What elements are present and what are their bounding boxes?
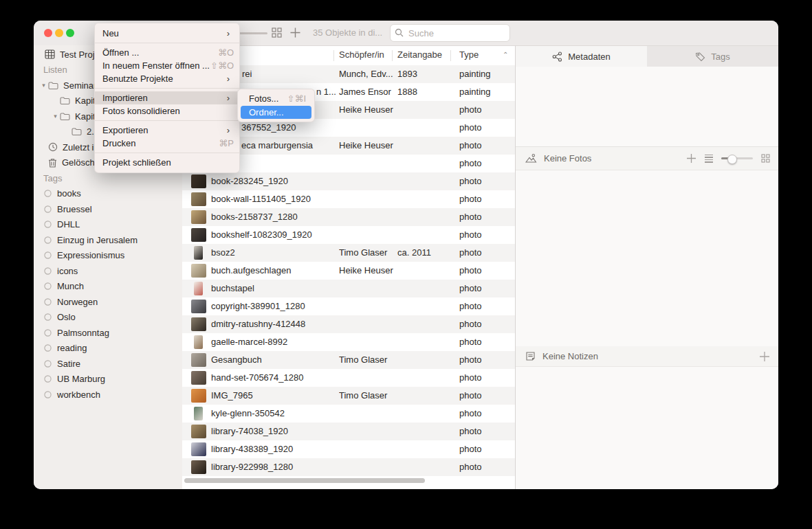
cell-name: library-922998_1280 bbox=[211, 458, 335, 476]
cell-name: book-wall-1151405_1920 bbox=[211, 190, 335, 208]
menu-item-projekt-schließen[interactable]: Projekt schließen bbox=[95, 156, 239, 169]
tag-circle-icon bbox=[44, 236, 52, 244]
table-row[interactable]: dmitry-ratushny-412448 photo bbox=[182, 315, 515, 333]
menu-item-exportieren[interactable]: Exportieren › bbox=[95, 124, 239, 137]
table-row[interactable]: hand-set-705674_1280 photo bbox=[182, 369, 515, 387]
table-row[interactable]: bookshelf-1082309_1920 photo bbox=[182, 226, 515, 244]
sidebar-tag-einzug-in-jerusalem[interactable]: Einzug in Jerusalem bbox=[34, 232, 182, 248]
tag-icon bbox=[695, 52, 705, 62]
clock-icon bbox=[48, 142, 58, 152]
photo-size-slider[interactable] bbox=[721, 157, 753, 159]
add-note-icon[interactable] bbox=[759, 351, 770, 362]
menu-item-benutzte-projekte[interactable]: Benutzte Projekte › bbox=[95, 72, 239, 85]
sidebar-tag-satire[interactable]: Satire bbox=[34, 356, 182, 372]
sidebar-tag-palmsonntag[interactable]: Palmsonntag bbox=[34, 325, 182, 341]
file-thumbnail bbox=[191, 425, 206, 438]
menu-item-drucken[interactable]: Drucken ⌘P bbox=[95, 137, 239, 150]
horizontal-scrollbar[interactable] bbox=[184, 478, 425, 483]
tag-circle-icon bbox=[44, 313, 52, 321]
folder-icon bbox=[60, 96, 70, 105]
inspector-tabs: Metadaten Tags bbox=[516, 46, 778, 67]
cell-type: photo bbox=[459, 137, 511, 155]
menu-item-in-neuem-fenster-öffnen[interactable]: In neuem Fenster öffnen ... ⇧⌘O bbox=[95, 59, 239, 72]
sidebar-tag-oslo[interactable]: Oslo bbox=[34, 310, 182, 326]
table-row[interactable]: Gesangbuch Timo Glaser photo bbox=[182, 351, 515, 369]
cell-creator: Heike Heuser bbox=[339, 137, 394, 155]
sidebar-tag-icons[interactable]: icons bbox=[34, 263, 182, 279]
sidebar-tag-dhll[interactable]: DHLL bbox=[34, 217, 182, 233]
menu-separator bbox=[95, 88, 239, 89]
disclosure-triangle-icon[interactable]: ▾ bbox=[51, 113, 60, 120]
cell-type: photo bbox=[459, 440, 511, 458]
sidebar-tag-workbench[interactable]: workbench bbox=[34, 387, 182, 403]
table-row[interactable]: book-283245_1920 photo bbox=[182, 172, 515, 190]
cell-type: photo bbox=[459, 208, 511, 226]
menu-item-shortcut: ⇧⌘I bbox=[287, 92, 306, 106]
menu-item-neu[interactable]: Neu › bbox=[95, 27, 239, 40]
cell-name: buch.aufgeschlagen bbox=[211, 262, 335, 280]
cell-creator: Timo Glaser bbox=[339, 351, 394, 369]
list-view-icon[interactable] bbox=[705, 155, 713, 163]
zoom-window-button[interactable] bbox=[66, 29, 74, 37]
file-thumbnail bbox=[194, 335, 203, 349]
cell-type: photo bbox=[459, 172, 511, 190]
table-row[interactable]: library-74038_1920 photo bbox=[182, 423, 515, 440]
menu-item-öffnen[interactable]: Öffnen ... ⌘O bbox=[95, 46, 239, 59]
sidebar-tag-books[interactable]: books bbox=[34, 186, 182, 202]
file-thumbnail bbox=[191, 371, 206, 385]
table-row[interactable]: books-2158737_1280 photo bbox=[182, 208, 515, 226]
grid-view-small-icon[interactable] bbox=[761, 154, 770, 163]
add-photo-icon[interactable] bbox=[686, 153, 696, 164]
submenu-chevron-icon: › bbox=[227, 27, 230, 40]
table-row[interactable]: library-922998_1280 photo bbox=[182, 458, 515, 476]
cell-name: IMG_7965 bbox=[211, 387, 335, 405]
column-header-type[interactable]: Type bbox=[459, 49, 479, 60]
file-thumbnail bbox=[191, 442, 206, 456]
menu-separator bbox=[95, 153, 239, 153]
disclosure-triangle-icon[interactable]: ▾ bbox=[39, 82, 48, 89]
table-row[interactable]: IMG_7965 Timo Glaser photo bbox=[182, 387, 515, 405]
sidebar-tag-bruessel[interactable]: Bruessel bbox=[34, 201, 182, 217]
table-row[interactable]: kyle-glenn-350542 photo bbox=[182, 405, 515, 423]
table-row[interactable]: buch.aufgeschlagen Heike Heuser photo bbox=[182, 262, 515, 280]
sidebar-tag-norwegen[interactable]: Norwegen bbox=[34, 294, 182, 310]
cell-type: photo bbox=[459, 315, 511, 333]
submenu-chevron-icon: › bbox=[227, 72, 230, 85]
menu-item-importieren[interactable]: Importieren › bbox=[95, 91, 239, 104]
menu-item-shortcut: ⌘O bbox=[218, 46, 234, 59]
menu-item-label: Benutzte Projekte bbox=[102, 74, 173, 84]
minimize-window-button[interactable] bbox=[55, 29, 63, 37]
table-row[interactable]: gaelle-marcel-8992 photo bbox=[182, 333, 515, 351]
sidebar-tag-expressionismus[interactable]: Expressionismus bbox=[34, 248, 182, 264]
share-nodes-icon bbox=[552, 52, 562, 62]
thumbnail-size-slider[interactable] bbox=[237, 32, 267, 34]
column-header-creator[interactable]: Schöpfer/in bbox=[339, 49, 384, 60]
table-row[interactable]: library-438389_1920 photo bbox=[182, 440, 515, 458]
sidebar-tag-reading[interactable]: reading bbox=[34, 341, 182, 357]
close-window-button[interactable] bbox=[44, 29, 52, 37]
sort-ascending-icon[interactable]: ⌃ bbox=[503, 51, 508, 58]
table-row[interactable]: book-wall-1151405_1920 photo bbox=[182, 190, 515, 208]
tab-tags[interactable]: Tags bbox=[647, 46, 778, 67]
table-row[interactable]: buchstapel photo bbox=[182, 280, 515, 297]
sidebar-tag-munch[interactable]: Munch bbox=[34, 279, 182, 295]
table-row[interactable]: bsoz2 Timo Glaser ca. 2011 photo bbox=[182, 244, 515, 262]
table-row[interactable]: copyright-389901_1280 photo bbox=[182, 297, 515, 315]
column-header-date[interactable]: Zeitangabe bbox=[397, 49, 442, 60]
grid-view-icon[interactable] bbox=[272, 27, 282, 41]
menu-separator bbox=[95, 43, 239, 43]
file-thumbnail bbox=[191, 300, 206, 313]
sidebar-tag-ub-marburg[interactable]: UB Marburg bbox=[34, 372, 182, 387]
menu-item-fotos-konsolidieren[interactable]: Fotos konsolidieren bbox=[95, 104, 239, 117]
file-thumbnail bbox=[191, 353, 206, 367]
add-icon[interactable] bbox=[289, 27, 301, 41]
tab-metadata[interactable]: Metadaten bbox=[516, 46, 647, 67]
cell-creator: Heike Heuser bbox=[339, 101, 394, 119]
file-thumbnail bbox=[191, 317, 206, 331]
submenu-item-ordner[interactable]: Ordner... bbox=[241, 106, 311, 120]
submenu-item-fotos[interactable]: Fotos... ⇧⌘I bbox=[241, 92, 311, 106]
file-thumbnail bbox=[194, 246, 203, 260]
cell-name: buchstapel bbox=[211, 280, 335, 297]
search-input[interactable] bbox=[407, 25, 506, 41]
cell-name: book-283245_1920 bbox=[211, 172, 335, 190]
